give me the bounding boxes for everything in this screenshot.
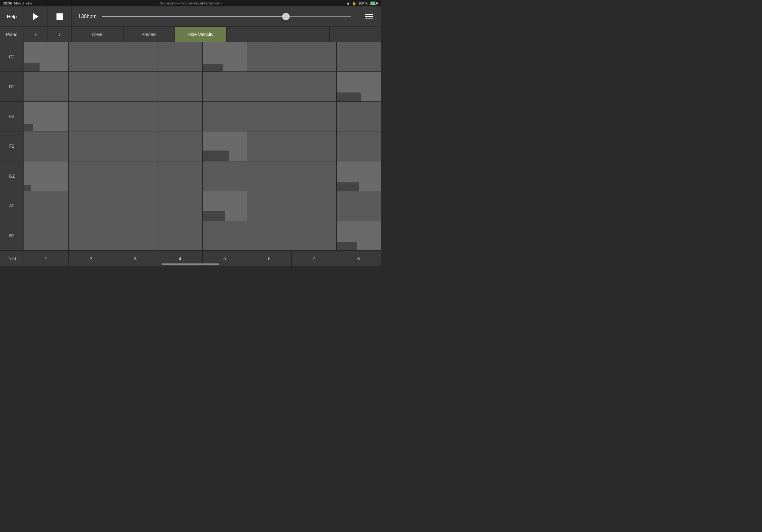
grid-cell-3-5[interactable] [247,131,292,161]
grid-cell-4-3[interactable] [158,162,203,191]
grid-cell-6-4[interactable] [203,221,247,250]
bpm-slider-thumb[interactable] [282,13,290,21]
grid-cell-5-2[interactable] [113,191,158,220]
grid-cell-4-1[interactable] [69,162,113,191]
col-8-label: 8 [336,251,381,266]
help-button[interactable]: Help [0,6,24,27]
grid-cell-3-1[interactable] [69,131,113,161]
note-bar [203,211,225,221]
row-label-f2: F2 [0,131,24,161]
grid-cell-2-4[interactable] [203,102,247,131]
grid-cell-4-4[interactable] [203,162,247,191]
battery-icon [370,2,378,5]
grid-cell-0-6[interactable] [292,42,337,71]
grid-cell-3-4[interactable] [203,131,247,161]
grid-cell-2-2[interactable] [113,102,158,131]
grid-cell-0-2[interactable] [113,42,158,71]
next-button[interactable]: › [48,27,72,42]
status-bar: 20:36 Mon 3. Feb Not Secure — mcp-dev.mi… [0,0,381,6]
row-label-b2: B2 [0,221,24,250]
grid-cell-1-3[interactable] [158,72,203,101]
grid-cell-2-5[interactable] [247,102,292,131]
grid-cell-5-1[interactable] [69,191,113,220]
grid-area: C2D2E2F2G2A2B2 [0,42,381,251]
grid-cell-5-5[interactable] [247,191,292,220]
bpm-slider[interactable] [102,16,351,17]
row-label-e2: E2 [0,102,24,131]
play-button[interactable] [24,6,48,27]
grid-cell-6-3[interactable] [158,221,203,250]
wifi-icon: ▲ [346,1,350,5]
grid-cell-0-0[interactable] [24,42,69,71]
stop-button[interactable] [48,6,72,27]
grid-cell-2-7[interactable] [337,102,381,131]
grid-cell-4-6[interactable] [292,162,337,191]
grid-cell-3-3[interactable] [158,131,203,161]
col-2-label: 2 [69,251,113,266]
grid-cell-0-3[interactable] [158,42,203,71]
fold-button[interactable]: Fold [0,251,24,266]
grid-cell-1-5[interactable] [247,72,292,101]
bpm-control: 130bpm [72,6,357,27]
grid-cell-0-1[interactable] [69,42,113,71]
grid-cell-0-5[interactable] [247,42,292,71]
grid-cell-1-4[interactable] [203,72,247,101]
grid-cell-2-0[interactable] [24,102,69,131]
note-bar [337,242,357,250]
grid-cell-1-0[interactable] [24,72,69,101]
grid-cell-2-1[interactable] [69,102,113,131]
grid-cell-4-2[interactable] [113,162,158,191]
grid-cell-1-6[interactable] [292,72,337,101]
grid-cell-3-2[interactable] [113,131,158,161]
grid-cell-2-6[interactable] [292,102,337,131]
grid-cell-0-7[interactable] [337,42,381,71]
status-time: 20:36 [3,1,12,5]
clear-button[interactable]: Clear [72,27,123,42]
piano-button[interactable]: Piano [0,27,24,42]
status-url: Not Secure — mcp-dev.miguel-franken.com [160,2,221,5]
grid-cell-4-7[interactable] [337,162,381,191]
controls-row: Piano ‹ › Clear Presets Hide Velocity [0,27,381,42]
grid-cell-5-4[interactable] [203,191,247,220]
grid-row-b2: B2 [0,221,381,251]
grid-cell-2-3[interactable] [158,102,203,131]
row-label-c2: C2 [0,42,24,71]
grid-cell-4-5[interactable] [247,162,292,191]
grid-cell-6-7[interactable] [337,221,381,250]
hide-velocity-button[interactable]: Hide Velocity [175,27,227,42]
bpm-slider-track [102,16,286,17]
grid-row-a2: A2 [0,191,381,221]
grid-cell-6-1[interactable] [69,221,113,250]
grid-row-d2: D2 [0,72,381,101]
presets-button[interactable]: Presets [123,27,175,42]
grid-cell-5-3[interactable] [158,191,203,220]
stop-icon [56,13,63,20]
grid-cell-1-7[interactable] [337,72,381,101]
grid-cell-3-7[interactable] [337,131,381,161]
status-date: Mon 3. Feb [14,1,32,5]
menu-button[interactable] [357,6,381,27]
grid-cell-0-4[interactable] [203,42,247,71]
note-bar [337,182,359,191]
grid-cell-4-0[interactable] [24,162,69,191]
grid-cell-1-1[interactable] [69,72,113,101]
note-bar [24,63,39,72]
grid-cell-6-5[interactable] [247,221,292,250]
grid-cell-1-2[interactable] [113,72,158,101]
grid-cell-3-0[interactable] [24,131,69,161]
grid-cell-3-6[interactable] [292,131,337,161]
grid-cell-5-6[interactable] [292,191,337,220]
prev-button[interactable]: ‹ [24,27,48,42]
grid-cell-5-7[interactable] [337,191,381,220]
col-6-label: 6 [247,251,292,266]
grid-cell-6-2[interactable] [113,221,158,250]
grid-cell-6-6[interactable] [292,221,337,250]
empty-ctrl-1 [227,27,278,42]
bpm-label: 130bpm [78,14,97,20]
note-bar [24,185,31,191]
empty-ctrl-2 [278,27,330,42]
grid-cell-6-0[interactable] [24,221,69,250]
grid-cell-5-0[interactable] [24,191,69,220]
grid-row-g2: G2 [0,162,381,191]
scroll-indicator [162,263,219,265]
